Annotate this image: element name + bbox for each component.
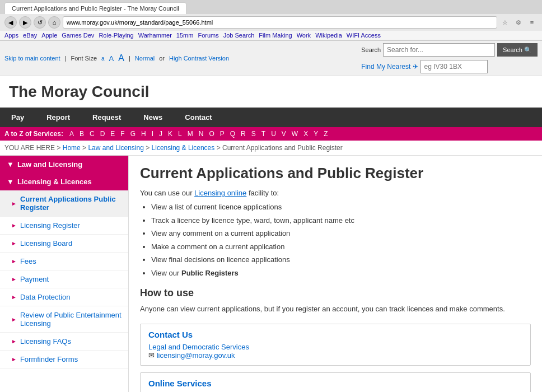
az-z[interactable]: Z [322, 129, 329, 138]
search-row: Search Search 🔍 [361, 43, 538, 57]
sidebar-link-licensing-board[interactable]: Licensing Board [20, 239, 72, 248]
bullet-item-6: View our Public Registers [151, 268, 531, 279]
breadcrumb-law-licensing[interactable]: Law and Licensing [88, 144, 143, 152]
sidebar-link-licensing-register[interactable]: Licensing Register [20, 221, 80, 230]
sidebar-item-payment[interactable]: ► Payment [0, 270, 128, 288]
bullet-list: View a list of current licence applicati… [151, 202, 531, 278]
bookmark-apple[interactable]: Apple [41, 32, 57, 39]
breadcrumb-home[interactable]: Home [63, 144, 81, 152]
extension-icon[interactable]: ⚙ [513, 17, 524, 28]
az-f[interactable]: F [119, 129, 126, 138]
menu-icon[interactable]: ≡ [526, 17, 538, 28]
legal-democratic-services-link[interactable]: Legal and Democratic Services [148, 343, 249, 351]
normal-version-link[interactable]: Normal [135, 55, 155, 62]
bookmark-wikipedia[interactable]: Wikipedia [315, 32, 342, 39]
nav-request[interactable]: Request [81, 108, 132, 127]
bookmark-wifi[interactable]: WIFI Access [347, 32, 381, 39]
sidebar-item-fees[interactable]: ► Fees [0, 253, 128, 270]
az-x[interactable]: X [302, 129, 310, 138]
font-large-link[interactable]: A [109, 54, 114, 63]
az-y[interactable]: Y [312, 129, 320, 138]
search-button[interactable]: Search 🔍 [497, 43, 538, 57]
az-h[interactable]: H [139, 129, 148, 138]
bookmark-apps[interactable]: Apps [4, 32, 18, 39]
az-o[interactable]: O [207, 129, 216, 138]
az-w[interactable]: W [290, 129, 300, 138]
az-c[interactable]: C [88, 129, 96, 138]
sidebar-item-data-protection[interactable]: ► Data Protection [0, 288, 128, 306]
online-services-box: Online Services Formfinder - Licensing |… [140, 372, 531, 393]
font-small-link[interactable]: a [101, 55, 105, 62]
sidebar-item-review-entertainment[interactable]: ► Review of Public Entertainment Licensi… [0, 306, 128, 333]
sidebar-subsection-licensing-licences[interactable]: ▼ Licensing & Licences [0, 173, 128, 190]
bookmark-jobsearch[interactable]: Job Search [223, 32, 255, 39]
az-t[interactable]: T [260, 129, 267, 138]
az-m[interactable]: M [186, 129, 195, 138]
sidebar-item-licensing-register[interactable]: ► Licensing Register [0, 217, 128, 235]
browser-tab[interactable]: Current Applications and Public Register… [4, 2, 186, 14]
az-u[interactable]: U [269, 129, 278, 138]
licensing-email-link[interactable]: licensing@moray.gov.uk [157, 351, 235, 360]
sidebar-link-current-applications[interactable]: Current Applications Public Register [20, 195, 122, 212]
sidebar-link-formfinder-forms[interactable]: Formfinder Forms [20, 355, 78, 363]
sidebar-section-law-licensing[interactable]: ▼ Law and Licensing [0, 156, 128, 173]
nav-report[interactable]: Report [35, 108, 81, 127]
star-icon[interactable]: ☆ [499, 17, 511, 28]
home-button[interactable]: ⌂ [48, 16, 60, 29]
az-b[interactable]: B [78, 129, 86, 138]
az-g[interactable]: G [129, 129, 137, 138]
chevron-right-icon-8: ► [11, 338, 17, 344]
bookmark-roleplaying[interactable]: Role-Playing [99, 32, 133, 39]
bookmark-gamesdev[interactable]: Games Dev [62, 32, 94, 39]
forward-button[interactable]: ▶ [19, 16, 31, 29]
intro-text: You can use our Licensing online facilit… [140, 189, 531, 197]
sidebar-item-licensing-faqs[interactable]: ► Licensing FAQs [0, 333, 128, 351]
postcode-input[interactable] [420, 60, 488, 73]
breadcrumb-here: YOU ARE HERE > [4, 144, 60, 152]
az-s[interactable]: S [250, 129, 258, 138]
az-j[interactable]: J [157, 129, 164, 138]
bookmark-filmmaking[interactable]: Film Making [259, 32, 292, 39]
breadcrumb-sep2: > [146, 144, 149, 152]
nav-contact[interactable]: Contact [174, 108, 223, 127]
az-e[interactable]: E [109, 129, 116, 138]
nav-news[interactable]: News [132, 108, 174, 127]
sidebar-link-licensing-faqs[interactable]: Licensing FAQs [20, 337, 71, 346]
az-i[interactable]: I [150, 129, 155, 138]
sidebar-link-fees[interactable]: Fees [20, 257, 36, 265]
chevron-right-icon-7: ► [11, 316, 17, 323]
licensing-online-link[interactable]: Licensing online [194, 189, 246, 197]
bookmark-work[interactable]: Work [297, 32, 311, 39]
sidebar-link-payment[interactable]: Payment [20, 275, 49, 283]
az-n[interactable]: N [197, 129, 205, 138]
az-r[interactable]: R [239, 129, 247, 138]
az-p[interactable]: P [218, 129, 226, 138]
breadcrumb-licensing-licences[interactable]: Licensing & Licences [152, 144, 215, 152]
bookmarks-bar: Apps eBay Apple Games Dev Role-Playing W… [0, 31, 542, 40]
az-a[interactable]: A [68, 129, 76, 138]
sidebar-link-data-protection[interactable]: Data Protection [20, 293, 71, 301]
az-v[interactable]: V [280, 129, 288, 138]
back-button[interactable]: ◀ [4, 16, 17, 29]
search-input[interactable] [383, 43, 495, 57]
nav-pay[interactable]: Pay [0, 108, 35, 127]
az-q[interactable]: Q [228, 129, 237, 138]
sidebar-item-licensing-board[interactable]: ► Licensing Board [0, 235, 128, 253]
az-d[interactable]: D [99, 129, 107, 138]
high-contrast-link[interactable]: High Contrast Version [169, 55, 229, 62]
find-nearest-button[interactable]: Find My Nearest ✈ [361, 63, 418, 71]
az-k[interactable]: K [166, 129, 174, 138]
bookmark-15mm[interactable]: 15mm [176, 32, 194, 39]
font-xlarge-link[interactable]: A [118, 53, 124, 63]
sidebar-item-formfinder-forms[interactable]: ► Formfinder Forms [0, 351, 128, 368]
skip-main-link[interactable]: Skip to main content [4, 55, 60, 62]
sidebar-item-current-applications[interactable]: ► Current Applications Public Register [0, 190, 128, 217]
az-l[interactable]: L [176, 129, 184, 138]
sidebar-link-review-entertainment[interactable]: Review of Public Entertainment Licensing [20, 311, 122, 328]
email-icon: ✉ [148, 351, 155, 360]
bookmark-warhammer[interactable]: Warhammer [138, 32, 172, 39]
url-bar[interactable] [63, 16, 497, 29]
bookmark-ebay[interactable]: eBay [23, 32, 37, 39]
reload-button[interactable]: ↺ [34, 16, 46, 29]
bookmark-forums[interactable]: Forums [198, 32, 218, 39]
